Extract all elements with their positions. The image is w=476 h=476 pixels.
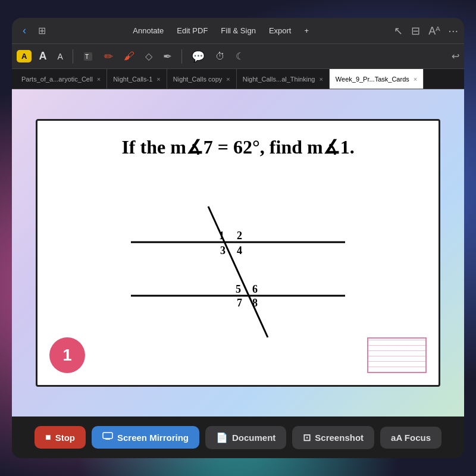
draw-tool[interactable]: ✏	[101, 48, 117, 65]
slide-title: If the m∡7 = 62°, find m∡1.	[121, 136, 354, 158]
screenshot-icon: ⊡	[303, 432, 311, 443]
svg-text:7: 7	[237, 297, 242, 309]
content-area: If the m∡7 = 62°, find m∡1. 1 2	[12, 89, 464, 416]
tabs-row: Parts_of_a...aryotic_Cell × Night_Calls-…	[12, 69, 464, 89]
eraser-tool[interactable]: ◇	[142, 48, 156, 64]
svg-text:5: 5	[236, 283, 241, 295]
timer-tool[interactable]: ⏱	[212, 49, 228, 64]
export-menu-item[interactable]: Export	[267, 25, 294, 36]
font-icon[interactable]: Aᴬ	[425, 23, 443, 39]
app-screen: ‹ ⊞ Annotate Edit PDF Fill & Sign Export…	[12, 18, 464, 458]
svg-text:4: 4	[237, 245, 242, 256]
edit-pdf-menu-item[interactable]: Edit PDF	[174, 25, 210, 36]
tab-close-icon[interactable]: ×	[414, 76, 417, 83]
slide-number: 1	[49, 337, 85, 373]
stop-icon: ■	[45, 432, 51, 443]
pen-tool[interactable]: T	[79, 49, 97, 64]
text-large-label: A	[39, 50, 46, 62]
svg-text:3: 3	[220, 245, 226, 256]
parallel-lines-diagram: 1 2 3 4 5 6 7 8	[95, 201, 381, 343]
toolbar-secondary: A A A T ✏ 🖌 ◇ ✒ 💬 ⏱ ☾ ↩	[12, 44, 464, 69]
tab-close-icon[interactable]: ×	[156, 76, 160, 83]
highlight-tool[interactable]: A	[17, 50, 32, 62]
tab-label: Night_Calls...al_Thinking	[243, 76, 315, 83]
stop-label: Stop	[55, 433, 75, 443]
text-small-tool[interactable]: A	[54, 49, 66, 64]
svg-text:6: 6	[252, 283, 258, 295]
pen-icon: T	[83, 51, 93, 62]
svg-rect-14	[105, 439, 110, 440]
mirror-svg	[102, 432, 113, 440]
toolbar-top: ‹ ⊞ Annotate Edit PDF Fill & Sign Export…	[12, 18, 464, 44]
answer-box	[367, 337, 427, 373]
add-tab-button[interactable]: +	[302, 25, 311, 36]
tab-close-icon[interactable]: ×	[226, 76, 230, 83]
svg-text:2: 2	[237, 230, 242, 242]
focus-button[interactable]: aA Focus	[380, 427, 441, 449]
svg-text:1: 1	[219, 230, 224, 242]
mirror-icon	[102, 432, 113, 443]
grid-view-button[interactable]: ⊞	[33, 23, 51, 39]
document-button[interactable]: 📄 Document	[205, 426, 286, 449]
text-small-label: A	[57, 52, 62, 61]
toolbar-divider-2	[181, 49, 182, 64]
slide-card: If the m∡7 = 62°, find m∡1. 1 2	[36, 119, 440, 387]
brush-tool[interactable]: 🖌	[120, 48, 138, 65]
screen-mirroring-button[interactable]: Screen Mirroring	[92, 426, 199, 449]
tab-close-icon[interactable]: ×	[97, 76, 101, 83]
toolbar-divider-1	[73, 49, 73, 64]
cursor-icon[interactable]: ↖	[391, 23, 406, 39]
highlight-icon: A	[21, 52, 27, 61]
svg-rect-13	[103, 433, 112, 439]
annotate-menu-item[interactable]: Annotate	[130, 25, 166, 36]
mirror-label: Screen Mirroring	[117, 433, 189, 443]
undo-button[interactable]: ↩	[452, 51, 459, 62]
device-frame: ‹ ⊞ Annotate Edit PDF Fill & Sign Export…	[0, 0, 476, 476]
focus-label: aA Focus	[391, 433, 431, 443]
screenshot-label: Screenshot	[315, 433, 364, 443]
tab-night-calls-copy[interactable]: Night_Calls copy ×	[167, 69, 237, 89]
tab-label: Night_Calls copy	[173, 76, 223, 83]
fill-sign-menu-item[interactable]: Fill & Sign	[218, 25, 258, 36]
screenshot-button[interactable]: ⊡ Screenshot	[292, 426, 374, 449]
more-options-button[interactable]: ···	[448, 24, 458, 37]
tab-week9-task-cards[interactable]: Week_9_Pr...Task_Cards ×	[330, 69, 424, 89]
text-large-tool[interactable]: A	[35, 48, 50, 65]
tab-close-icon[interactable]: ×	[319, 76, 322, 83]
tab-label: Night_Calls-1	[113, 76, 152, 83]
pencil-tool[interactable]: ✒	[159, 48, 176, 65]
svg-text:8: 8	[252, 297, 258, 309]
document-icon: 📄	[216, 432, 228, 443]
tab-label: Parts_of_a...aryotic_Cell	[21, 76, 93, 83]
bottom-action-bar: ■ Stop Screen Mirroring 📄 Document ⊡ Scr…	[12, 416, 464, 458]
tab-parts-of-cell[interactable]: Parts_of_a...aryotic_Cell ×	[15, 69, 107, 89]
tab-night-calls-thinking[interactable]: Night_Calls...al_Thinking ×	[237, 69, 330, 89]
back-button[interactable]: ‹	[18, 22, 31, 39]
svg-text:T: T	[85, 54, 89, 60]
stop-button[interactable]: ■ Stop	[35, 426, 86, 449]
moon-tool[interactable]: ☾	[232, 48, 248, 64]
comment-tool[interactable]: 💬	[188, 48, 208, 65]
toolbar-menu: Annotate Edit PDF Fill & Sign Export +	[130, 25, 311, 36]
document-label: Document	[232, 433, 275, 443]
grid-lines-icon[interactable]: ⊟	[408, 23, 423, 39]
tab-night-calls-1[interactable]: Night_Calls-1 ×	[107, 69, 167, 89]
svg-line-4	[208, 206, 268, 337]
tab-label: Week_9_Pr...Task_Cards	[336, 76, 409, 83]
